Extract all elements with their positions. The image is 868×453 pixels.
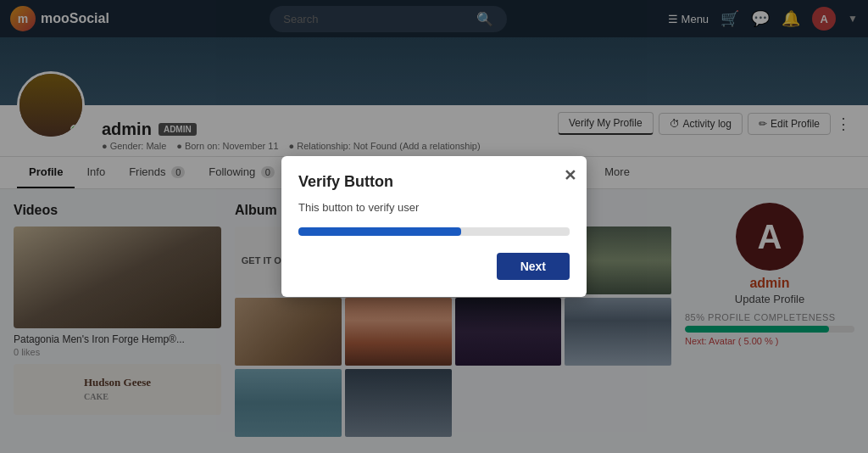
modal-footer: Next xyxy=(298,253,570,280)
modal-progress-bar xyxy=(298,227,570,236)
modal-body: This button to verify user xyxy=(298,201,570,214)
next-button[interactable]: Next xyxy=(497,253,570,280)
modal-title: Verify Button xyxy=(298,173,570,191)
modal-overlay: Verify Button ✕ This button to verify us… xyxy=(0,0,868,453)
modal-close-button[interactable]: ✕ xyxy=(564,166,576,185)
modal-progress-fill xyxy=(298,227,461,236)
verify-modal: Verify Button ✕ This button to verify us… xyxy=(281,156,587,297)
